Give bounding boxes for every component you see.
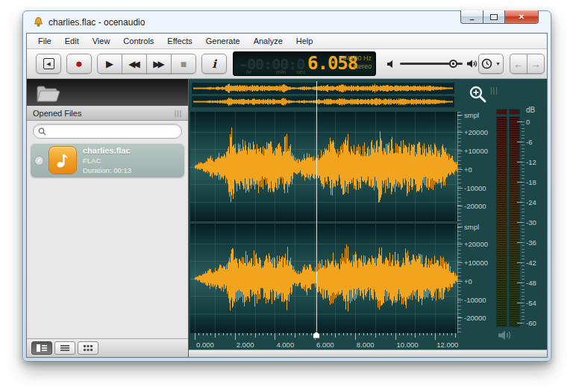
amp-tick-label: +10000 <box>464 259 488 267</box>
info-button[interactable]: i <box>201 54 227 74</box>
panel-drag-handle[interactable]: ||| <box>175 110 182 117</box>
chevron-down-icon: ▼ <box>495 61 501 66</box>
sidebar-header <box>27 79 188 106</box>
db-major-tick <box>517 182 522 183</box>
db-major-tick <box>517 323 522 323</box>
amp-tick-label: +0 <box>464 165 472 174</box>
restore-icon <box>490 14 498 20</box>
menu-item-file[interactable]: File <box>31 35 58 47</box>
file-name: charlies.flac <box>83 146 131 156</box>
amplitude-ruler-right: smpl+20000+10000+0-10000-20000 <box>457 224 495 333</box>
sample-rate: 44100 Hz stereo <box>342 54 372 71</box>
menu-item-generate[interactable]: Generate <box>199 35 247 47</box>
db-tick-label: 0 <box>526 118 530 126</box>
db-tick-label: -48 <box>526 279 536 287</box>
file-check-icon[interactable]: ✓ <box>34 156 44 165</box>
redo-forward-button[interactable]: → <box>527 54 545 74</box>
time-ruler-ticks[interactable] <box>190 333 457 341</box>
db-major-tick <box>517 303 522 303</box>
overview-waveform[interactable] <box>190 81 457 109</box>
amp-major-tick <box>457 281 463 282</box>
search-input[interactable] <box>49 126 177 136</box>
rewind-button[interactable]: ◀◀ <box>122 54 147 74</box>
record-icon: ● <box>75 57 83 70</box>
waveform-channel-left[interactable] <box>190 112 457 221</box>
db-major-tick <box>517 222 522 223</box>
stop-button[interactable]: ■ <box>171 54 196 74</box>
music-note-icon <box>55 152 70 168</box>
meter-drag-handle[interactable]: ||| <box>490 86 498 95</box>
search-box[interactable] <box>33 124 182 139</box>
clock-icon <box>481 58 492 69</box>
amp-major-tick <box>457 151 463 151</box>
db-major-tick <box>517 121 522 122</box>
volume-thumb[interactable] <box>449 60 457 68</box>
search-icon <box>38 127 46 136</box>
db-tick-label: -30 <box>526 218 536 227</box>
maximize-button[interactable] <box>483 10 504 24</box>
menu-item-effects[interactable]: Effects <box>160 35 198 47</box>
play-icon: ▶ <box>106 58 113 69</box>
time-format-button[interactable]: ▼ <box>478 54 504 74</box>
playhead-marker[interactable] <box>312 331 321 339</box>
amp-tick-label: +0 <box>464 277 472 285</box>
menu-item-help[interactable]: Help <box>289 35 320 47</box>
menu-item-analyze[interactable]: Analyze <box>247 35 289 47</box>
fast-forward-icon: ▶▶ <box>153 59 164 69</box>
undo-back-button[interactable]: ← <box>510 54 527 74</box>
db-major-tick <box>517 142 522 142</box>
db-major-tick <box>517 162 522 162</box>
info-icon: i <box>212 57 216 71</box>
amp-major-tick <box>457 244 463 244</box>
record-button[interactable]: ● <box>66 54 92 74</box>
time-tick-label: 8.000 <box>357 341 375 349</box>
bottom-frame-strip <box>189 350 547 357</box>
clip-indicator-right <box>509 109 520 115</box>
view-mode-toolbar <box>27 338 188 357</box>
db-tick-label: -12 <box>526 158 536 166</box>
waveform-channel-right[interactable] <box>190 224 457 333</box>
level-meter-left <box>496 116 507 327</box>
amp-major-tick <box>457 115 463 116</box>
db-tick-label: -54 <box>526 299 536 307</box>
view-grid-button[interactable] <box>78 341 98 355</box>
fast-forward-button[interactable]: ▶▶ <box>146 54 172 74</box>
db-unit-label: dB <box>526 106 535 114</box>
file-info: charlies.flac FLAC Duration: 00:13 <box>83 146 131 175</box>
db-major-tick <box>517 242 522 243</box>
panel-title-bar: Opened Files ||| <box>27 106 188 121</box>
time-tick-label: 4.000 <box>276 341 294 349</box>
titlebar[interactable]: charlies.flac - ocenaudio – ✕ <box>23 11 551 33</box>
playhead-line <box>316 81 317 333</box>
amp-tick-label: -10000 <box>464 184 486 192</box>
db-tick-label: -36 <box>526 238 536 247</box>
menu-item-edit[interactable]: Edit <box>58 35 86 47</box>
db-tick-label: -42 <box>526 259 536 267</box>
skip-to-start-button[interactable]: ◀ <box>36 54 61 74</box>
file-list-empty-area <box>27 179 188 338</box>
clip-indicator-left <box>496 109 507 115</box>
volume-slider[interactable] <box>400 63 463 65</box>
amp-major-tick <box>457 206 463 206</box>
close-button[interactable]: ✕ <box>504 10 539 24</box>
folder-icon[interactable] <box>36 83 61 103</box>
menu-item-controls[interactable]: Controls <box>116 35 160 47</box>
speaker-max-icon[interactable] <box>466 59 478 69</box>
db-tick-label: -24 <box>526 198 536 206</box>
main-toolbar: ◀ ● ▶ ◀◀ ▶▶ ■ i -00:00:0 6.058 44100 Hz … <box>27 49 547 79</box>
monitor-speaker-icon[interactable] <box>498 329 514 341</box>
menu-item-view[interactable]: View <box>86 35 117 47</box>
db-tick-label: -18 <box>526 178 536 186</box>
view-list-button[interactable] <box>54 341 75 355</box>
amp-major-tick <box>457 169 463 170</box>
waveform-panel: ||| smpl+20000+10000+0-10000-20000 smpl+… <box>189 79 547 350</box>
rewind-icon: ◀◀ <box>128 59 140 69</box>
amp-tick-label: +20000 <box>464 128 488 136</box>
db-major-tick <box>517 282 522 283</box>
speaker-min-icon[interactable] <box>386 60 396 69</box>
view-details-button[interactable] <box>31 341 52 355</box>
zoom-in-icon[interactable] <box>468 84 487 104</box>
play-button[interactable]: ▶ <box>97 54 122 74</box>
file-list-item[interactable]: ✓ charlies.flac FLAC Duration: 00:13 <box>31 143 184 177</box>
minimize-button[interactable]: – <box>460 10 483 24</box>
